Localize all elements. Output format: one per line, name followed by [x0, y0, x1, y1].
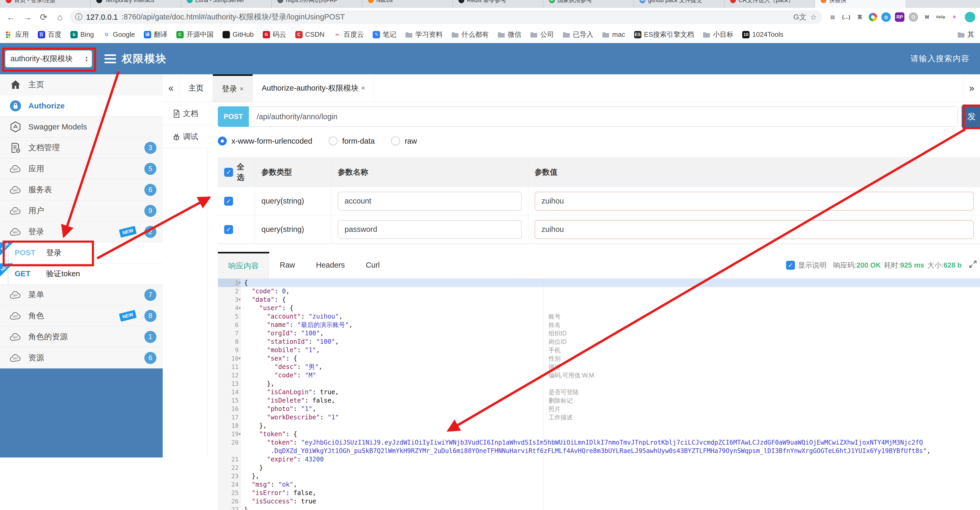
sidebar-item[interactable]: 主页 [0, 74, 163, 95]
param-value-input[interactable]: zuihou [535, 220, 974, 239]
browser-tab[interactable]: Temporary Interacti [91, 0, 181, 8]
bookmark-item[interactable]: 小目标 [703, 30, 733, 39]
sidebar-item[interactable]: API用户9 [0, 200, 163, 222]
bookmark-item[interactable]: 学习资料 [405, 30, 442, 39]
header-search-placeholder[interactable]: 请输入搜索内容 [911, 53, 969, 64]
back-icon[interactable]: ← [5, 12, 18, 22]
browser-tab[interactable]: Redis 命令参考 [453, 0, 543, 8]
fold-caret-icon[interactable]: ▼ [239, 354, 241, 363]
sidebar-item[interactable]: API菜单7 [0, 284, 163, 305]
close-tab-icon[interactable]: × [240, 85, 243, 93]
tabs-scroll-right-icon[interactable]: » [963, 74, 980, 102]
fold-caret-icon[interactable]: ▼ [239, 279, 241, 287]
m-extension-icon[interactable]: M [922, 12, 932, 22]
bookmark-item[interactable]: 应用 [6, 30, 29, 39]
param-name-input[interactable]: password [338, 220, 522, 239]
bookmark-item[interactable]: 公司 [530, 30, 554, 39]
dictionary-extension-icon[interactable]: 英 [855, 12, 864, 22]
menu-toggle-icon[interactable] [105, 54, 116, 63]
bookmark-item[interactable]: G码云 [263, 30, 286, 39]
bookmark-item[interactable]: GitHub [223, 30, 254, 38]
reader-extension-icon[interactable]: ▤ [828, 12, 837, 22]
response-tab[interactable]: Raw [269, 252, 305, 278]
expand-icon[interactable] [969, 260, 977, 271]
body-type-radio[interactable] [218, 137, 227, 145]
endpoint-path-field[interactable]: /api/authority/anno/login [249, 106, 958, 127]
bookmark-item[interactable]: mac [602, 30, 625, 38]
browser-tab[interactable]: CR文件进入（pack） [724, 0, 815, 8]
sidebar-item[interactable]: API角色NEW8 [0, 305, 163, 327]
panel-tab-debug[interactable]: 调试 [163, 125, 207, 148]
response-tab[interactable]: Curl [355, 252, 390, 278]
rp-extension-icon[interactable]: RP [895, 12, 904, 22]
bookmark-item[interactable]: 101024Tools [742, 30, 783, 38]
bookmark-item[interactable]: 什么都有 [452, 30, 489, 39]
browser-tab[interactable]: Nacos [362, 0, 453, 8]
browser-tab[interactable]: https://外网访问FRP [272, 0, 362, 8]
reload-icon[interactable]: ⟳ [37, 12, 50, 22]
sidebar-item[interactable]: API服务表6 [0, 179, 163, 200]
bookmark-item[interactable]: bBing [70, 30, 94, 38]
sidebar-operation-get[interactable]: NEWGET验证token [0, 263, 163, 284]
browser-tab[interactable]: 首页 - 登录/注册 [0, 0, 91, 8]
bookmark-item[interactable]: ∞百度云 [333, 30, 364, 39]
gitzip-extension-icon[interactable]: GitZip [936, 12, 945, 22]
body-type-radio[interactable] [329, 137, 337, 145]
translate-icon[interactable]: G文 [793, 12, 807, 22]
response-json-viewer[interactable]: 1▼{2 "code": 0,3▼ "data": {4▼ "user": {5… [218, 279, 980, 510]
bookmark-item[interactable]: GGoogle [103, 30, 135, 38]
tabs-scroll-left-icon[interactable]: « [163, 74, 180, 102]
bookmark-item[interactable]: ESES搜索引擎文档 [634, 30, 694, 39]
browser-tab[interactable]: Luna - JumpServer [181, 0, 272, 8]
panel-tab-doc[interactable]: 文档 [163, 102, 207, 125]
bookmark-item[interactable]: 已导入 [563, 30, 593, 39]
chrome-extension-icon[interactable] [869, 13, 877, 21]
page-info-icon[interactable]: ⓘ [75, 12, 83, 22]
sidebar-item[interactable]: API登录NEW2 [0, 222, 163, 242]
circle-extension-icon[interactable]: O [908, 12, 918, 22]
address-bar[interactable]: ⓘ 127.0.0.1:8760/api/gate/doc.html#/auth… [70, 10, 822, 24]
fold-caret-icon[interactable]: ▼ [239, 304, 241, 312]
bookmark-item[interactable]: 微信 [498, 30, 521, 39]
sidebar-item[interactable]: API应用5 [0, 158, 163, 179]
bookmark-item[interactable]: CCSDN [295, 30, 325, 38]
profile-avatar[interactable] [965, 12, 975, 22]
sidebar-item[interactable]: API资源6 [0, 347, 163, 368]
content-tab[interactable]: 主页 [180, 74, 213, 102]
response-tab[interactable]: Headers [305, 252, 355, 278]
home-icon[interactable]: ⌂ [54, 12, 66, 22]
param-name-input[interactable]: account [338, 192, 522, 210]
send-button[interactable]: 发 [962, 105, 980, 128]
sidebar-item[interactable]: API角色的资源1 [0, 327, 163, 347]
browser-tab[interactable]: dugithub pack 文件提交 [634, 0, 724, 8]
module-select-dropdown[interactable]: authority-权限模块 ▲▼ [5, 50, 92, 67]
body-type-radio[interactable] [391, 137, 400, 145]
globe-extension-icon[interactable]: ◍ [881, 12, 891, 22]
content-tab[interactable]: Authorize-authority-权限模块× [253, 74, 374, 102]
asterisk-extension-icon[interactable]: ✳ [950, 12, 959, 22]
bookmark-item[interactable]: 其 [958, 30, 974, 39]
forward-icon[interactable]: → [21, 12, 33, 22]
response-tab[interactable]: 响应内容 [218, 252, 269, 278]
bookmark-item[interactable]: 译翻译 [144, 30, 167, 39]
browser-tab[interactable]: 51国家执法参考 [543, 0, 634, 8]
param-value-input[interactable]: zuihou [535, 192, 974, 210]
param-checkbox[interactable]: ✓ [224, 225, 233, 234]
fold-caret-icon[interactable]: ▼ [239, 295, 241, 304]
bookmark-item[interactable]: C开源中国 [177, 30, 214, 39]
close-tab-icon[interactable]: × [361, 84, 365, 92]
sidebar-item[interactable]: Authorize [0, 95, 163, 116]
bookmark-item[interactable]: 百百度 [38, 30, 61, 39]
sidebar-item[interactable]: 文档管理3 [0, 137, 163, 158]
sidebar-operation-post[interactable]: NEWPOST登录 [0, 242, 163, 263]
show-desc-toggle[interactable]: ✓ 显示说明 [786, 260, 826, 270]
fold-caret-icon[interactable]: ▼ [239, 430, 241, 438]
json-extension-icon[interactable]: {…} [842, 12, 851, 22]
sidebar-item[interactable]: Swagger Models [0, 116, 163, 137]
show-desc-checkbox[interactable]: ✓ [786, 261, 795, 270]
bookmark-item[interactable]: ✎笔记 [373, 30, 396, 39]
bookmark-star-icon[interactable]: ☆ [810, 13, 817, 22]
param-checkbox[interactable]: ✓ [224, 197, 233, 206]
select-all-checkbox[interactable]: ✓ [224, 168, 233, 177]
content-tab[interactable]: 登录× [213, 74, 253, 102]
